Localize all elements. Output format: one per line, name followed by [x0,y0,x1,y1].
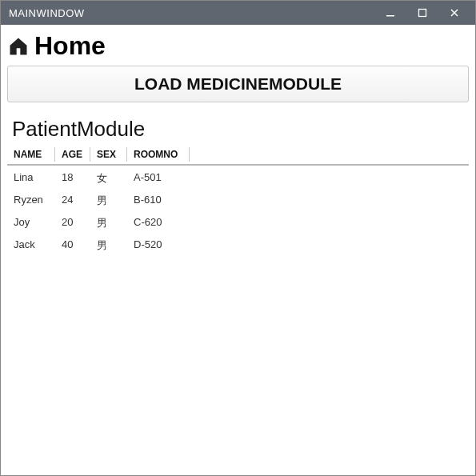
page-header: Home [7,30,469,66]
page-title: Home [34,31,106,61]
table-row[interactable]: Ryzen24男B-610 [7,190,469,212]
column-header-name[interactable]: NAME [7,145,55,164]
cell-name: Lina [7,170,55,186]
cell-sex: 男 [90,238,127,254]
cell-name: Joy [7,215,55,231]
table-header-row: NAME AGE SEX ROOMNO [7,145,469,166]
cell-roomno: A-501 [127,170,190,186]
svg-rect-1 [419,10,426,17]
svg-rect-0 [386,15,394,17]
cell-sex: 男 [90,215,127,231]
column-header-age[interactable]: AGE [55,145,90,164]
home-icon [7,35,30,58]
patient-table: NAME AGE SEX ROOMNO Lina18女A-501Ryzen24男… [7,145,469,257]
window-title: MAINWINDOW [9,7,374,19]
cell-name: Ryzen [7,193,55,209]
cell-roomno: B-610 [127,193,190,209]
cell-roomno: C-620 [127,215,190,231]
table-row[interactable]: Lina18女A-501 [7,166,469,190]
column-header-sex[interactable]: SEX [90,145,127,164]
module-title: PatientModule [12,117,469,142]
cell-age: 24 [55,193,90,209]
table-row[interactable]: Jack40男D-520 [7,234,469,257]
cell-age: 18 [55,170,90,186]
maximize-button[interactable] [406,1,438,25]
cell-age: 20 [55,215,90,231]
table-row[interactable]: Joy20男C-620 [7,212,469,234]
column-header-roomno[interactable]: ROOMNO [127,145,190,164]
cell-roomno: D-520 [127,238,190,254]
cell-age: 40 [55,238,90,254]
close-button[interactable] [438,1,470,25]
load-medicine-module-button[interactable]: LOAD MEDICINEMODULE [7,66,469,102]
minimize-button[interactable] [374,1,406,25]
column-header-spacer [190,145,469,164]
cell-sex: 男 [90,193,127,209]
cell-name: Jack [7,238,55,254]
cell-sex: 女 [90,170,127,186]
window-titlebar: MAINWINDOW [1,1,475,25]
